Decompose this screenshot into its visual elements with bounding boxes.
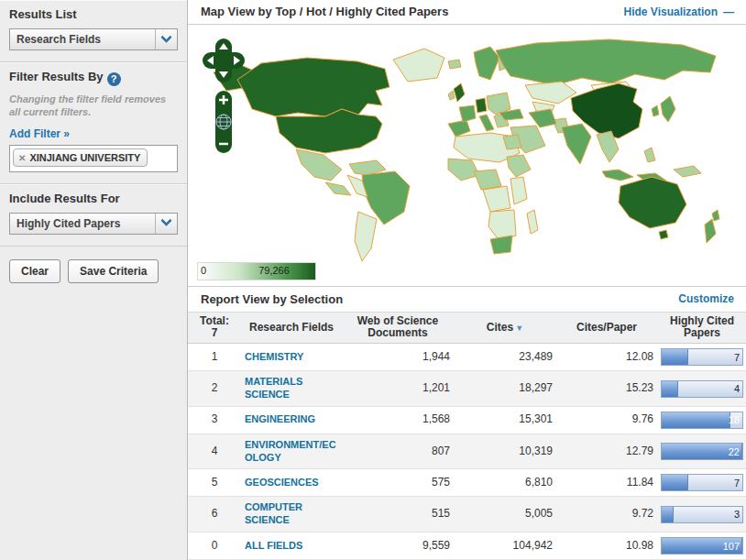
save-criteria-button[interactable]: Save Criteria bbox=[68, 259, 159, 283]
pan-center[interactable] bbox=[219, 56, 228, 65]
country-japan[interactable] bbox=[661, 96, 675, 122]
cites-per-paper-value: 9.72 bbox=[556, 497, 657, 533]
docs-value: 807 bbox=[342, 434, 454, 469]
country-philippines[interactable] bbox=[644, 148, 655, 162]
region-horn-of-africa[interactable] bbox=[507, 155, 531, 177]
country-germany[interactable] bbox=[476, 98, 487, 113]
map-controls[interactable] bbox=[203, 38, 245, 175]
country-russia[interactable] bbox=[496, 39, 716, 85]
sidebar-actions: Clear Save Criteria bbox=[0, 247, 187, 296]
include-results-section: Include Results For Highly Cited Papers bbox=[0, 184, 187, 247]
country-argentina-chile[interactable] bbox=[355, 212, 377, 261]
country-madagascar[interactable] bbox=[527, 210, 538, 234]
legend-min-value: 0 bbox=[201, 265, 206, 276]
country-scandinavia[interactable] bbox=[474, 47, 499, 80]
world-choropleth-map[interactable] bbox=[188, 25, 745, 287]
cites-per-paper-value: 9.76 bbox=[556, 406, 657, 434]
country-iceland[interactable] bbox=[448, 60, 461, 69]
include-results-selected-value: Highly Cited Papers bbox=[10, 217, 155, 230]
help-icon[interactable]: ? bbox=[107, 72, 121, 86]
country-australia[interactable] bbox=[619, 177, 686, 228]
row-rank: 4 bbox=[188, 434, 241, 469]
customize-link[interactable]: Customize bbox=[678, 292, 734, 305]
results-list-select[interactable]: Research Fields bbox=[9, 28, 178, 50]
field-link[interactable]: COMPUTER SCIENCE bbox=[245, 501, 302, 525]
column-highly-cited-papers[interactable]: Highly Cited Papers bbox=[657, 313, 746, 344]
country-new-zealand[interactable] bbox=[705, 210, 719, 243]
collapse-icon: — bbox=[723, 5, 734, 18]
field-link[interactable]: ENGINEERING bbox=[245, 413, 315, 424]
results-table: Total: 7 Research Fields Web of Science … bbox=[188, 313, 746, 560]
column-research-fields[interactable]: Research Fields bbox=[241, 313, 342, 344]
country-spain[interactable] bbox=[448, 120, 470, 137]
country-greenland[interactable] bbox=[393, 49, 444, 82]
column-wos-documents[interactable]: Web of Science Documents bbox=[342, 313, 454, 344]
highly-cited-count: 18 bbox=[729, 414, 740, 426]
highly-cited-bar: 4 bbox=[661, 380, 743, 398]
column-cites-per-paper[interactable]: Cites/Paper bbox=[556, 313, 657, 344]
highly-cited-bar: 7 bbox=[661, 348, 743, 366]
clear-button[interactable]: Clear bbox=[9, 259, 60, 283]
total-count: 7 bbox=[192, 327, 237, 340]
highly-cited-bar: 7 bbox=[661, 474, 743, 491]
country-iran[interactable] bbox=[529, 109, 556, 127]
remove-filter-icon[interactable]: ✕ bbox=[18, 153, 26, 163]
country-uk[interactable] bbox=[454, 83, 465, 102]
country-south-africa[interactable] bbox=[490, 236, 512, 254]
country-india[interactable] bbox=[562, 124, 591, 164]
country-france[interactable] bbox=[459, 105, 476, 122]
country-usa[interactable] bbox=[276, 109, 382, 153]
include-results-select[interactable]: Highly Cited Papers bbox=[9, 213, 178, 235]
docs-value: 9,559 bbox=[342, 533, 454, 560]
region-central-africa[interactable] bbox=[483, 186, 510, 212]
country-egypt[interactable] bbox=[503, 135, 521, 149]
country-ireland[interactable] bbox=[448, 91, 455, 100]
cites-value: 15,301 bbox=[454, 406, 556, 434]
filter-tag-label: XINJIANG UNIVERSITY bbox=[29, 152, 140, 163]
field-link[interactable]: ENVIRONMENT/ECOLOGY bbox=[245, 439, 336, 463]
country-kazakhstan[interactable] bbox=[525, 82, 576, 104]
hide-visualization-link[interactable]: Hide Visualization — bbox=[624, 5, 734, 18]
table-row: 4 ENVIRONMENT/ECOLOGY 807 10,319 12.79 2… bbox=[188, 434, 746, 469]
country-canada[interactable] bbox=[237, 58, 389, 116]
map-view-title: Map View by Top / Hot / Highly Cited Pap… bbox=[201, 5, 448, 18]
filter-tag[interactable]: ✕ XINJIANG UNIVERSITY bbox=[13, 148, 148, 167]
country-new-guinea[interactable] bbox=[674, 166, 701, 177]
map-view-header: Map View by Top / Hot / Highly Cited Pap… bbox=[188, 0, 746, 25]
total-header: Total: 7 bbox=[188, 313, 241, 344]
region-central-america[interactable] bbox=[325, 182, 351, 195]
country-tasmania[interactable] bbox=[659, 230, 668, 239]
cites-value: 18,297 bbox=[454, 371, 556, 407]
map-color-legend: 0 79,266 bbox=[197, 262, 316, 280]
filter-results-heading: Filter Results By? bbox=[9, 70, 178, 86]
field-link[interactable]: CHEMISTRY bbox=[245, 351, 303, 362]
table-row: 2 MATERIALS SCIENCE 1,201 18,297 15.23 4 bbox=[188, 371, 746, 407]
cites-value: 10,319 bbox=[454, 434, 556, 469]
filter-tags-input[interactable]: ✕ XINJIANG UNIVERSITY bbox=[9, 145, 178, 172]
field-link[interactable]: GEOSCIENCES bbox=[245, 477, 319, 488]
row-rank: 0 bbox=[188, 533, 241, 560]
column-cites-sorted[interactable]: Cites▼ bbox=[454, 313, 556, 344]
cites-value: 104,942 bbox=[454, 533, 556, 560]
country-south-korea[interactable] bbox=[652, 105, 659, 116]
chevron-down-icon[interactable] bbox=[155, 214, 177, 234]
chevron-down-icon[interactable] bbox=[155, 29, 177, 49]
row-rank: 5 bbox=[188, 469, 241, 497]
results-list-heading: Results List bbox=[9, 7, 178, 21]
region-west-africa[interactable] bbox=[448, 159, 479, 181]
results-list-section: Results List Research Fields bbox=[0, 0, 187, 62]
add-filter-link[interactable]: Add Filter » bbox=[9, 127, 70, 140]
field-link[interactable]: MATERIALS SCIENCE bbox=[245, 376, 302, 400]
table-row: 3 ENGINEERING 1,568 15,301 9.76 18 bbox=[188, 406, 746, 434]
country-indonesia-west[interactable] bbox=[602, 170, 633, 181]
field-link[interactable]: ALL FIELDS bbox=[245, 540, 302, 551]
cites-value: 23,489 bbox=[454, 344, 556, 371]
country-nigeria[interactable] bbox=[474, 170, 501, 190]
row-rank: 2 bbox=[188, 371, 241, 407]
country-mexico[interactable] bbox=[296, 149, 342, 181]
country-italy[interactable] bbox=[479, 115, 494, 131]
highly-cited-bar: 18 bbox=[661, 412, 743, 429]
docs-value: 1,201 bbox=[342, 371, 454, 407]
filter-sidebar: Results List Research Fields Filter Resu… bbox=[0, 0, 188, 560]
region-east-africa[interactable] bbox=[510, 177, 527, 204]
